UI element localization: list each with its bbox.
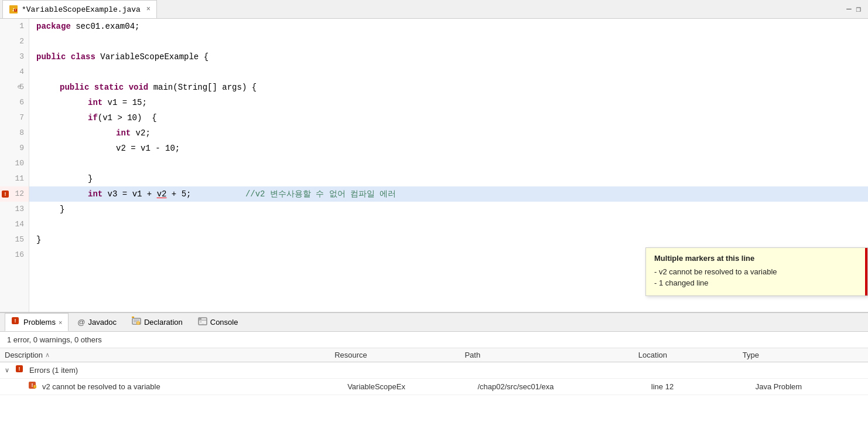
line-num-2: 2 xyxy=(0,34,29,49)
tab-declaration[interactable]: D Declaration xyxy=(125,313,189,331)
code-line-5: public static void main(String[] args) { xyxy=(29,80,868,95)
code-line-8: int v2; xyxy=(29,125,868,141)
error-summary: 1 error, 0 warnings, 0 others xyxy=(0,332,868,348)
line-num-1: 1 xyxy=(0,19,29,34)
table-row-error-detail[interactable]: ! ! v2 cannot be resolved to a variable … xyxy=(0,379,868,395)
code-line-7: if(v1 > 10) { xyxy=(29,110,868,125)
code-line-13: } xyxy=(29,202,868,217)
declaration-tab-icon: D xyxy=(132,317,141,328)
java-file-icon: J ! xyxy=(9,5,18,14)
tooltip-box: Multiple markers at this line - v2 canno… xyxy=(645,247,868,296)
line-num-12: ! 12 xyxy=(0,186,29,202)
code-line-1: package sec01.exam04; xyxy=(29,19,868,34)
error-description-cell: ! ! v2 cannot be resolved to a variable xyxy=(0,379,330,395)
code-content[interactable]: package sec01.exam04; public class Varia… xyxy=(29,19,868,312)
error-type-cell: Java Problem xyxy=(738,379,868,395)
col-header-description: Description ∧ xyxy=(0,348,330,362)
error-marker-12: ! xyxy=(1,190,9,198)
line-num-10: 10 xyxy=(0,156,29,171)
code-line-10 xyxy=(29,156,868,171)
tab-close-button[interactable]: × xyxy=(146,5,151,13)
code-line-11: } xyxy=(29,171,868,186)
tab-problems[interactable]: ! Problems × xyxy=(5,313,69,331)
expand-arrow[interactable]: ∨ xyxy=(5,366,9,374)
bottom-panel: ! Problems × @ Javadoc D De xyxy=(0,312,868,435)
tab-console-label: Console xyxy=(210,318,238,327)
col-header-path: Path xyxy=(460,348,633,362)
problems-tab-icon: ! xyxy=(11,317,20,328)
svg-text:>_: >_ xyxy=(200,320,204,324)
line-num-16: 16 xyxy=(0,247,29,263)
svg-text:!: ! xyxy=(15,318,16,324)
tab-bar: J ! *VariableScopeExample.java × — ❐ xyxy=(0,0,868,19)
table-row-error-group[interactable]: ∨ ! Errors (1 item) xyxy=(0,362,868,379)
svg-text:!: ! xyxy=(5,191,6,197)
javadoc-tab-icon: @ xyxy=(77,318,85,327)
line-numbers: 1 2 3 4 5 ⊖ 6 7 8 9 10 11 ! 12 13 14 15 … xyxy=(0,19,29,312)
line-num-6: 6 xyxy=(0,95,29,110)
tooltip-item-2: - 1 changed line xyxy=(654,278,859,287)
tooltip-error-bar xyxy=(865,248,867,295)
line-num-8: 8 xyxy=(0,125,29,141)
error-location-cell: line 12 xyxy=(634,379,738,395)
minimize-button[interactable]: — xyxy=(846,4,851,14)
line-num-4: 4 xyxy=(0,64,29,80)
error-group-icon: ! xyxy=(15,365,25,376)
svg-text:!: ! xyxy=(19,366,20,372)
file-tab[interactable]: J ! *VariableScopeExample.java × xyxy=(2,0,157,18)
tab-title: *VariableScopeExample.java xyxy=(22,5,141,14)
svg-text:D: D xyxy=(137,321,139,325)
editor-area: 1 2 3 4 5 ⊖ 6 7 8 9 10 11 ! 12 13 14 15 … xyxy=(0,19,868,312)
line-num-3: 3 xyxy=(0,49,29,64)
tab-javadoc-label: Javadoc xyxy=(88,318,117,327)
tab-problems-label: Problems xyxy=(23,318,56,327)
svg-text:!: ! xyxy=(32,382,33,388)
error-description-text: v2 cannot be resolved to a variable xyxy=(42,382,160,391)
tab-javadoc[interactable]: @ Javadoc xyxy=(71,313,123,331)
line-num-5: 5 ⊖ xyxy=(0,80,29,95)
error-detail-icon: ! ! xyxy=(28,381,37,392)
line-num-15: 15 xyxy=(0,232,29,247)
code-line-14 xyxy=(29,217,868,232)
console-tab-icon: >_ xyxy=(198,317,207,328)
panel-content: 1 error, 0 warnings, 0 others Descriptio… xyxy=(0,332,868,435)
collapse-button-5[interactable]: ⊖ xyxy=(18,80,21,95)
line-num-9: 9 xyxy=(0,141,29,156)
code-line-6: int v1 = 15; xyxy=(29,95,868,110)
error-group-label: Errors (1 item) xyxy=(29,366,78,375)
maximize-button[interactable]: ❐ xyxy=(856,4,861,14)
code-line-3: public class VariableScopeExample { xyxy=(29,49,868,64)
tab-console[interactable]: >_ Console xyxy=(192,313,245,331)
line-num-7: 7 xyxy=(0,110,29,125)
line-num-13: 13 xyxy=(0,202,29,217)
code-line-12: int v3 = v1 + v2 + 5; //v2 변수사용할 수 없어 컴파… xyxy=(29,186,868,202)
error-group-cell: ∨ ! Errors (1 item) xyxy=(0,362,868,379)
code-line-4 xyxy=(29,64,868,80)
tooltip-title: Multiple markers at this line xyxy=(654,254,859,263)
error-resource-cell: VariableScopeEx xyxy=(330,379,460,395)
error-path-cell: /chap02/src/sec01/exa xyxy=(460,379,633,395)
panel-tab-bar: ! Problems × @ Javadoc D De xyxy=(0,313,868,332)
line-num-11: 11 xyxy=(0,171,29,186)
problems-table: Description ∧ Resource Path Location Typ… xyxy=(0,348,868,395)
code-line-9: v2 = v1 - 10; xyxy=(29,141,868,156)
problems-tab-close[interactable]: × xyxy=(59,319,62,326)
col-header-location: Location xyxy=(634,348,738,362)
code-line-15: } xyxy=(29,232,868,247)
col-header-type: Type xyxy=(738,348,868,362)
line-num-14: 14 xyxy=(0,217,29,232)
code-line-2 xyxy=(29,34,868,49)
window-controls: — ❐ xyxy=(846,4,866,14)
col-header-resource: Resource xyxy=(330,348,460,362)
sort-arrow-description: ∧ xyxy=(45,351,50,359)
tab-declaration-label: Declaration xyxy=(144,318,183,327)
tooltip-item-1: - v2 cannot be resolved to a variable xyxy=(654,267,859,276)
